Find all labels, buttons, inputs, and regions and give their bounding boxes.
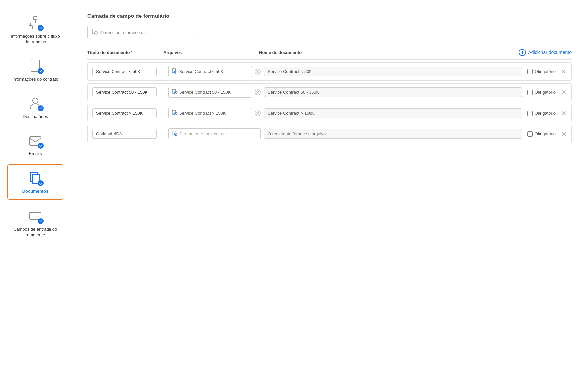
file-name-3: Service Contract > 150K bbox=[179, 111, 226, 116]
svg-point-11 bbox=[33, 98, 38, 103]
file-name-2: Service Contract 50 - 150K bbox=[179, 90, 231, 95]
table-row: Service Contract < 50K Obrigatório ✕ bbox=[87, 62, 572, 81]
sidebar-item-emails-label: Emails bbox=[29, 151, 42, 157]
emails-icon-wrap bbox=[27, 132, 44, 149]
file-icon-1 bbox=[172, 68, 177, 75]
remove-file-button-2[interactable] bbox=[255, 89, 261, 95]
remove-row-button-3[interactable]: ✕ bbox=[561, 109, 567, 117]
cell-title-2 bbox=[92, 87, 165, 97]
cell-actions-1: Obrigatório ✕ bbox=[527, 68, 567, 76]
recipients-badge bbox=[38, 105, 44, 111]
title-input-2[interactable] bbox=[92, 87, 157, 97]
remove-file-button-1[interactable] bbox=[255, 69, 261, 75]
docname-input-3[interactable] bbox=[264, 108, 522, 118]
documents-badge bbox=[38, 180, 44, 186]
docname-input-2[interactable] bbox=[264, 87, 522, 97]
sidebar-item-sender-fields-label: Campos de entrada do remetente bbox=[11, 227, 60, 238]
cell-title-1 bbox=[92, 67, 165, 76]
remove-file-button-3[interactable] bbox=[255, 110, 261, 116]
sidebar-item-recipients-label: Destinatários bbox=[23, 114, 48, 119]
sidebar-item-contract-label: Informações do contrato bbox=[12, 77, 58, 82]
cell-docname-1 bbox=[264, 67, 522, 76]
contract-icon-wrap bbox=[27, 57, 44, 74]
sidebar-item-recipients[interactable]: Destinatários bbox=[7, 90, 63, 124]
obligatory-label-3: Obrigatório bbox=[535, 111, 556, 116]
file-icon-4 bbox=[172, 131, 177, 137]
file-name-1: Service Contract < 50K bbox=[179, 69, 223, 74]
file-input-wrap-4: O remetente fornece o ar... bbox=[168, 128, 261, 139]
title-input-3[interactable] bbox=[92, 108, 157, 118]
checkbox-wrap-3: Obrigatório bbox=[527, 111, 556, 116]
cell-docname-4 bbox=[264, 129, 522, 139]
form-field-layer-input[interactable] bbox=[87, 26, 196, 39]
sidebar-item-documents-label: Documentos bbox=[22, 189, 49, 194]
remove-row-button-4[interactable]: ✕ bbox=[561, 130, 567, 138]
file-icon-3 bbox=[172, 110, 177, 116]
file-icon-2 bbox=[172, 89, 177, 95]
cell-docname-2 bbox=[264, 87, 522, 97]
cell-actions-2: Obrigatório ✕ bbox=[527, 88, 567, 96]
add-document-button[interactable]: + Adicionar documento bbox=[519, 49, 572, 56]
sidebar: Informações sobre o fluxo de trabalho In… bbox=[0, 0, 71, 370]
sidebar-item-workflow-label: Informações sobre o fluxo de trabalho bbox=[11, 34, 60, 45]
emails-badge bbox=[38, 143, 44, 149]
cell-files-2: Service Contract 50 - 150K bbox=[168, 87, 261, 98]
sidebar-item-documents[interactable]: Documentos bbox=[7, 164, 63, 200]
required-mark: * bbox=[131, 50, 132, 55]
recipients-icon-wrap bbox=[27, 95, 44, 111]
checkbox-wrap-1: Obrigatório bbox=[527, 69, 556, 74]
checkbox-wrap-4: Obrigatório bbox=[527, 131, 556, 137]
file-input-wrap-1: Service Contract < 50K bbox=[168, 66, 252, 77]
documents-icon-wrap bbox=[27, 170, 44, 186]
cell-files-1: Service Contract < 50K bbox=[168, 66, 261, 77]
title-input-4[interactable] bbox=[92, 129, 157, 139]
obligatory-checkbox-3[interactable] bbox=[527, 111, 533, 116]
table-row: Service Contract > 150K Obrigatório ✕ bbox=[87, 104, 572, 122]
sidebar-item-emails[interactable]: Emails bbox=[7, 127, 63, 161]
cell-title-3 bbox=[92, 108, 165, 118]
file-placeholder-4: O remetente fornece o ar... bbox=[179, 131, 230, 136]
table-row: O remetente fornece o ar... Obrigatório … bbox=[87, 125, 572, 143]
section-title: Camada de campo de formulário bbox=[87, 13, 572, 19]
remove-row-button-1[interactable]: ✕ bbox=[561, 68, 567, 76]
cell-docname-3 bbox=[264, 108, 522, 118]
checkbox-wrap-2: Obrigatório bbox=[527, 90, 556, 95]
obligatory-label-1: Obrigatório bbox=[535, 69, 556, 74]
contract-badge bbox=[38, 68, 44, 74]
docname-input-4[interactable] bbox=[264, 129, 522, 139]
file-input-wrap-2: Service Contract 50 - 150K bbox=[168, 87, 252, 98]
cell-actions-3: Obrigatório ✕ bbox=[527, 109, 567, 117]
cell-files-4: O remetente fornece o ar... bbox=[168, 128, 261, 139]
table-row: Service Contract 50 - 150K Obrigatório ✕ bbox=[87, 83, 572, 101]
main-content: Camada de campo de formulário Título do … bbox=[71, 0, 588, 370]
file-input-wrap-3: Service Contract > 150K bbox=[168, 108, 252, 118]
docname-input-1[interactable] bbox=[264, 67, 522, 76]
obligatory-label-2: Obrigatório bbox=[535, 90, 556, 95]
col-files-header: Arquivos bbox=[163, 50, 256, 55]
sidebar-item-sender-fields[interactable]: Campos de entrada do remetente bbox=[7, 203, 63, 243]
cell-title-4 bbox=[92, 129, 165, 139]
workflow-badge bbox=[38, 25, 44, 31]
doc-table-header: Título do documento* Arquivos Nome do do… bbox=[87, 49, 572, 60]
obligatory-checkbox-4[interactable] bbox=[527, 131, 533, 137]
col-docname-header: Nome do documento bbox=[259, 50, 519, 55]
sidebar-item-contract-info[interactable]: Informações do contrato bbox=[7, 53, 63, 87]
svg-rect-1 bbox=[29, 26, 32, 29]
obligatory-label-4: Obrigatório bbox=[535, 131, 556, 136]
cell-files-3: Service Contract > 150K bbox=[168, 108, 261, 118]
cell-actions-4: Obrigatório ✕ bbox=[527, 130, 567, 138]
form-field-layer-text-input[interactable] bbox=[100, 30, 192, 35]
form-field-file-icon bbox=[92, 29, 98, 36]
title-input-1[interactable] bbox=[92, 67, 157, 76]
obligatory-checkbox-2[interactable] bbox=[527, 90, 533, 95]
sender-fields-icon-wrap bbox=[27, 208, 44, 224]
sender-fields-badge bbox=[38, 218, 44, 224]
sidebar-item-workflow-info[interactable]: Informações sobre o fluxo de trabalho bbox=[7, 10, 63, 50]
plus-circle-icon: + bbox=[519, 49, 526, 56]
workflow-icon-wrap bbox=[27, 15, 44, 31]
col-title-header: Título do documento* bbox=[87, 50, 160, 55]
svg-rect-0 bbox=[34, 17, 37, 20]
add-document-label: Adicionar documento bbox=[528, 50, 572, 55]
remove-row-button-2[interactable]: ✕ bbox=[561, 88, 567, 96]
obligatory-checkbox-1[interactable] bbox=[527, 69, 533, 74]
